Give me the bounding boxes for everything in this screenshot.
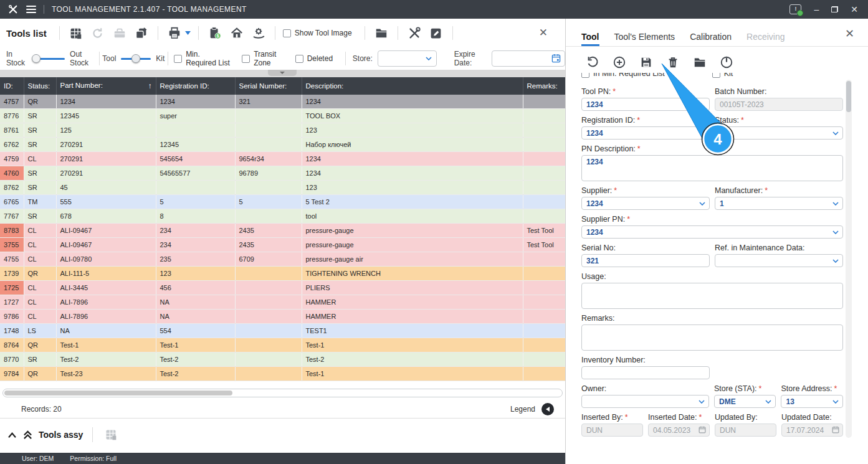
owner-select[interactable] [581,395,709,408]
table-row[interactable]: 6762SR27029112345Набор ключей [0,138,565,152]
expire-date-input[interactable] [492,50,565,67]
horizontal-scrollbar[interactable] [2,389,563,397]
cell-registration-id: 456 [156,281,235,295]
serial-no-input[interactable] [581,254,710,267]
tool-kit-toggle[interactable] [121,54,151,64]
cell-remarks [523,295,565,310]
splitter-handle[interactable] [0,70,565,77]
table-row[interactable]: 1739QRALI-111-5123TIGHTENING WRENCH [0,267,565,281]
splitter-collapse-tab[interactable] [268,70,297,76]
table-row[interactable]: 4759CL2702915456549654r341234 [0,152,565,166]
col-registration-id[interactable]: Registration ID: [156,77,235,95]
power-button[interactable] [718,55,735,70]
horizontal-scrollbar-thumb[interactable] [4,391,232,395]
cell-id: 4755 [0,252,24,267]
col-remarks[interactable]: Remarks: [523,77,565,95]
table-row[interactable]: 8764QRTest-1Test-1Test-1 [0,338,565,353]
vertical-scrollbar-thumb[interactable] [846,81,851,112]
printer-dropdown-arrow[interactable] [185,31,191,35]
notifications-icon[interactable]: ! [789,4,801,14]
pn-description-textarea[interactable]: 1234 [581,155,843,181]
edit-button[interactable] [427,25,445,41]
vertical-scrollbar[interactable] [846,80,852,438]
copy-button[interactable] [133,25,150,41]
tab-tools-elements[interactable]: Tool's Elements [614,32,675,46]
collapse-up-icon[interactable] [7,432,17,438]
refresh-icon [89,25,107,41]
manufacturer-select[interactable] [715,197,843,210]
cell-remarks: Test Tool [523,224,565,238]
close-button[interactable]: ✕ [851,5,858,14]
table-row[interactable]: 8783CLALI-094672342435pressure-gaugeTest… [0,224,565,238]
kit-checkbox[interactable]: Kit [712,73,733,78]
col-status[interactable]: Status: [24,77,56,95]
store-sta-select[interactable] [714,395,776,408]
table-row[interactable]: 7767SR6788tool [0,209,565,224]
tool-pn-input[interactable] [581,98,710,111]
restore-button[interactable] [831,6,838,12]
cell-status: SR [24,138,56,152]
registration-id-input[interactable] [581,126,710,140]
store-address-select[interactable] [781,395,843,408]
table-grid-button[interactable] [67,25,85,41]
minimize-button[interactable]: – [814,5,819,14]
folder-button[interactable] [373,25,390,41]
table-row[interactable]: 9784QRTest-23Test-2Test-1 [0,367,565,381]
cell-registration-id: Test-2 [156,367,235,381]
add-button[interactable] [611,55,627,70]
table-row[interactable]: 4755CLALI-097802356709pressure-gauge air [0,252,565,267]
remarks-textarea[interactable] [581,324,843,351]
table-row[interactable]: 8770SRTest-2Test-2Test-2 [0,353,565,367]
collapse-double-up-icon[interactable] [23,430,32,440]
save-button[interactable] [638,55,654,70]
col-part-number[interactable]: Part Number:↑ [56,77,156,95]
table-row[interactable]: 6765TM555555 Test 2 [0,195,565,209]
print-button[interactable] [166,25,183,41]
cell-part-number: 555 [56,195,156,209]
table-row[interactable]: 3755CLALI-094672342435pressure-gaugeTest… [0,238,565,252]
tools-button[interactable] [406,25,423,41]
hand-gear-button[interactable] [250,25,267,41]
inventory-number-input[interactable] [581,366,710,379]
table-row[interactable]: 9786CLALI-7896NAHAMMER [0,310,565,324]
transit-zone-checkbox[interactable]: Transit Zone [242,50,284,67]
col-id[interactable]: ID: [0,77,24,95]
stock-toggle[interactable] [32,54,65,64]
status-select[interactable] [715,126,843,140]
tab-calibration[interactable]: Calibration [690,32,732,46]
cell-part-number: ALI-09780 [56,252,156,267]
cell-registration-id: Test-2 [156,353,235,367]
tab-tool[interactable]: Tool [581,32,599,46]
usage-textarea[interactable] [581,283,843,309]
menu-icon[interactable] [26,6,36,13]
table-row[interactable]: 8762SR45123 [0,181,565,195]
min-required-checkbox[interactable]: Min. Required List [174,50,231,67]
home-button[interactable] [228,25,246,41]
deleted-checkbox[interactable]: Deleted [295,54,333,63]
undo-button[interactable] [584,55,601,70]
calendar-icon[interactable] [551,54,561,63]
invoice-clipboard-button[interactable]: $ [206,25,224,41]
delete-button[interactable] [665,55,681,70]
table-row[interactable]: 1727CLALI-7896NAHAMMER [0,295,565,310]
col-description[interactable]: Description: [302,77,523,95]
table-row[interactable]: 8761SR125123 [0,123,565,138]
col-serial-number[interactable]: Serial Number: [235,77,302,95]
in-min-required-checkbox[interactable]: In Min. Required List [581,73,665,78]
store-select-value [378,54,383,63]
legend-toggle-button[interactable] [541,403,554,415]
show-tool-image-checkbox[interactable]: Show Tool Image [283,29,352,37]
panel-close-button[interactable]: ✕ [845,29,854,39]
tool-label: Tool [102,54,116,63]
store-select[interactable] [378,50,437,67]
table-row[interactable]: 8776SR12345superTOOL BOX [0,109,565,123]
table-row[interactable]: 4757QR123412343211234 [0,95,565,109]
tools-list-close-button[interactable]: ✕ [539,28,548,38]
ref-maintenance-select[interactable] [715,254,843,267]
supplier-pn-select[interactable] [581,225,843,239]
supplier-select[interactable] [581,197,710,210]
table-row[interactable]: 4760SR27029154565577967891234 [0,166,565,181]
table-row[interactable]: 1748LSNA554TEST1 [0,324,565,338]
folder-button-panel[interactable] [692,55,708,70]
table-row[interactable]: 1725CLALI-3445456PLIERS [0,281,565,295]
